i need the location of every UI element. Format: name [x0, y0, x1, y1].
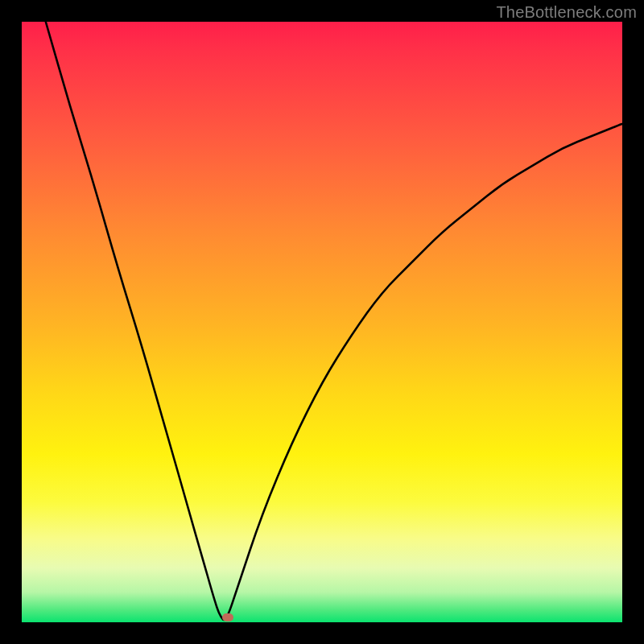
plot-area	[22, 22, 622, 622]
watermark-text: TheBottleneck.com	[496, 3, 637, 22]
optimum-marker	[222, 613, 233, 621]
chart-frame: TheBottleneck.com	[0, 0, 644, 644]
bottleneck-curve	[22, 22, 622, 622]
